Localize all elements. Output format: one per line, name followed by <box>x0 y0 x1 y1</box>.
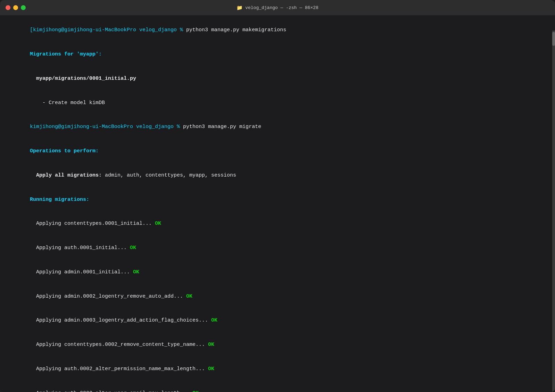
window-title: velog_django — -zsh — 86×28 <box>245 5 318 10</box>
prompt-cmd-2: python3 manage.py migrate <box>180 124 261 130</box>
line-5: kimjihong@gimjihong-ui-MacBookPro velog_… <box>5 115 550 139</box>
line-15: Applying auth.0002_alter_permission_name… <box>5 357 550 381</box>
close-button[interactable] <box>6 5 10 10</box>
folder-icon: 📁 <box>237 5 242 11</box>
migrations-header: Migrations for 'myapp': <box>30 51 102 57</box>
terminal-window: 📁 velog_django — -zsh — 86×28 [kimjihong… <box>0 0 555 392</box>
terminal-content[interactable]: [kimjihong@gimjihong-ui-MacBookPro velog… <box>0 15 555 392</box>
prompt-user-1: [kimjihong@gimjihong-ui-MacBookPro velog… <box>30 27 183 33</box>
line-10: Applying auth.0001_initial... OK <box>5 236 550 260</box>
migrations-file: myapp/migrations/0001_initial.py <box>30 76 136 82</box>
prompt-cmd-1: python3 manage.py makemigrations <box>183 27 286 33</box>
minimize-button[interactable] <box>13 5 18 10</box>
prompt-user-2: kimjihong@gimjihong-ui-MacBookPro velog_… <box>30 124 180 130</box>
line-16: Applying auth.0003_alter_user_email_max_… <box>5 381 550 392</box>
running-header: Running migrations: <box>30 197 89 203</box>
line-8: Running migrations: <box>5 187 550 212</box>
title-bar-text: 📁 velog_django — -zsh — 86×28 <box>237 5 318 11</box>
line-9: Applying contenttypes.0001_initial... OK <box>5 212 550 236</box>
line-11: Applying admin.0001_initial... OK <box>5 260 550 284</box>
maximize-button[interactable] <box>21 5 26 10</box>
migrations-detail: - Create model kimDB <box>30 100 105 106</box>
scrollbar[interactable] <box>552 31 555 392</box>
apply-all-label: Apply all migrations: <box>30 172 105 178</box>
line-6: Operations to perform: <box>5 139 550 163</box>
line-3: myapp/migrations/0001_initial.py <box>5 67 550 91</box>
line-1: [kimjihong@gimjihong-ui-MacBookPro velog… <box>5 18 550 42</box>
scrollbar-thumb[interactable] <box>552 32 555 46</box>
title-bar: 📁 velog_django — -zsh — 86×28 <box>0 0 555 15</box>
line-12: Applying admin.0002_logentry_remove_auto… <box>5 284 550 308</box>
traffic-lights <box>6 5 26 10</box>
line-14: Applying contenttypes.0002_remove_conten… <box>5 333 550 357</box>
apply-all-value: admin, auth, contenttypes, myapp, sessio… <box>105 172 236 178</box>
line-4: - Create model kimDB <box>5 91 550 115</box>
line-13: Applying admin.0003_logentry_add_action_… <box>5 308 550 333</box>
line-2: Migrations for 'myapp': <box>5 42 550 67</box>
operations-header: Operations to perform: <box>30 148 99 154</box>
line-7: Apply all migrations: admin, auth, conte… <box>5 163 550 188</box>
